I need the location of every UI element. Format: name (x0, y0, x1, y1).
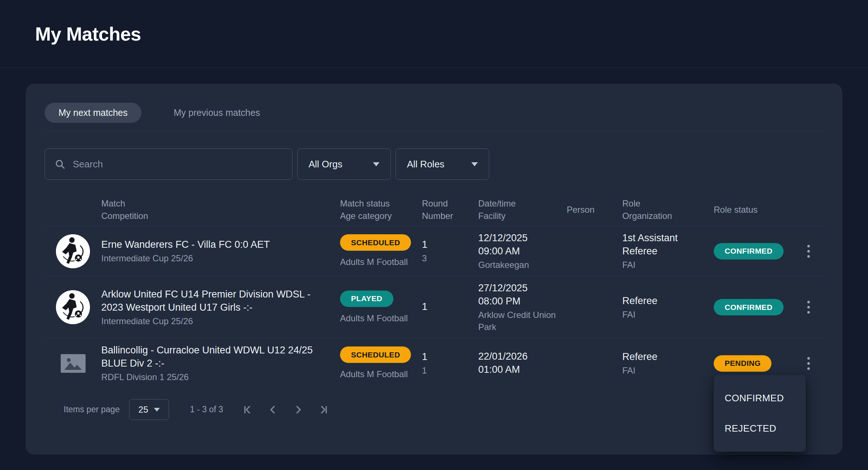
pagination-range: 1 - 3 of 3 (190, 405, 223, 414)
page-size-select[interactable]: 25 (129, 399, 169, 420)
age-category: Adults M Football (340, 312, 422, 324)
age-category: Adults M Football (340, 368, 422, 380)
match-time: 08:00 PM (478, 295, 561, 308)
facility-name: Arklow Credit Union Park (478, 309, 561, 333)
next-page-icon[interactable] (290, 401, 307, 418)
competition-name: Intermediate Cup 25/26 (101, 315, 322, 327)
first-page-icon[interactable] (238, 401, 256, 418)
pagination-nav (238, 401, 333, 418)
organization-name: FAI (622, 259, 703, 271)
row-actions-kebab-icon[interactable] (804, 297, 814, 317)
role-status-badge[interactable]: PENDING (714, 355, 771, 372)
organization-name: FAI (622, 308, 703, 321)
menu-item-rejected[interactable]: REJECTED (714, 413, 806, 444)
tab-my-previous-matches[interactable]: My previous matches (160, 103, 274, 123)
previous-page-icon[interactable] (264, 401, 282, 418)
role-status-menu: CONFIRMED REJECTED (714, 375, 806, 452)
org-filter-select[interactable]: All Orgs (297, 148, 391, 180)
competition-name: RDFL Division 1 25/26 (101, 371, 322, 383)
search-box[interactable] (45, 148, 293, 180)
items-per-page-label: Items per page (64, 405, 120, 414)
match-time: 01:00 AM (478, 363, 561, 376)
tabs-bar: My next matches My previous matches (45, 103, 823, 123)
page-title: My Matches (35, 23, 141, 45)
role-name: 1st Assistant Referee (622, 231, 703, 258)
match-date: 22/01/2026 (478, 350, 561, 363)
role-status-badge[interactable]: CONFIRMED (714, 243, 784, 259)
facility-name: Gortakeegan (478, 259, 561, 271)
column-header-person: Person (567, 197, 622, 222)
match-status-badge: PLAYED (340, 291, 393, 307)
matches-card: My next matches My previous matches All … (26, 84, 842, 455)
role-name: Referee (622, 294, 703, 307)
match-name: Erne Wanderers FC - Villa FC 0:0 AET (101, 238, 322, 251)
search-input[interactable] (73, 159, 283, 170)
last-page-icon[interactable] (315, 401, 333, 418)
table-header: MatchCompetition Match statusAge categor… (45, 197, 823, 226)
round-value: 1 (422, 350, 478, 363)
table-row: Ballincollig - Curracloe United WDWL U12… (45, 338, 823, 388)
round-value: 1 (422, 300, 478, 313)
column-header-role-status: Role status (714, 197, 793, 222)
match-date: 12/12/2025 (478, 231, 561, 245)
table-row: Arklow United FC U14 Premier Division WD… (45, 276, 823, 338)
chevron-down-icon (373, 162, 380, 166)
soccer-player-avatar (56, 234, 90, 268)
match-time: 09:00 AM (478, 245, 561, 258)
organization-name: FAI (622, 364, 703, 376)
match-name: Ballincollig - Curracloe United WDWL U12… (101, 344, 322, 370)
column-header-match-status: Match statusAge category (340, 197, 422, 222)
role-filter-value: All Roles (407, 159, 445, 170)
tabs-divider (45, 131, 823, 131)
competition-name: Intermediate Cup 25/26 (101, 252, 322, 264)
column-header-match: MatchCompetition (101, 197, 340, 222)
image-placeholder-icon (61, 354, 86, 373)
filters-bar: All Orgs All Roles (45, 148, 823, 180)
match-name: Arklow United FC U14 Premier Division WD… (101, 288, 322, 314)
menu-item-confirmed[interactable]: CONFIRMED (714, 383, 806, 413)
match-status-badge: SCHEDULED (340, 234, 411, 251)
search-icon (54, 159, 65, 170)
table-row: Erne Wanderers FC - Villa FC 0:0 AET Int… (45, 226, 823, 276)
round-value: 1 (422, 238, 478, 251)
pagination-bar: Items per page 25 1 - 3 of 3 (45, 399, 823, 420)
page-size-value: 25 (139, 405, 148, 415)
match-date: 27/12/2025 (478, 281, 561, 295)
org-filter-value: All Orgs (309, 159, 342, 170)
row-actions-kebab-icon[interactable] (804, 353, 814, 374)
column-header-datetime: Date/timeFacility (478, 197, 567, 222)
page-header: My Matches (0, 0, 868, 68)
chevron-down-icon (471, 162, 478, 166)
age-category: Adults M Football (340, 256, 422, 268)
role-status-badge[interactable]: CONFIRMED (714, 299, 784, 315)
soccer-player-avatar (56, 290, 90, 324)
column-header-role: RoleOrganization (622, 197, 714, 222)
role-name: Referee (622, 350, 703, 363)
role-filter-select[interactable]: All Roles (396, 148, 489, 180)
column-header-round: RoundNumber (422, 197, 478, 222)
number-value: 3 (422, 252, 478, 264)
row-actions-kebab-icon[interactable] (804, 241, 814, 261)
tab-my-next-matches[interactable]: My next matches (45, 103, 141, 123)
chevron-down-icon (154, 408, 160, 412)
number-value: 1 (422, 364, 478, 376)
match-status-badge: SCHEDULED (340, 346, 411, 363)
